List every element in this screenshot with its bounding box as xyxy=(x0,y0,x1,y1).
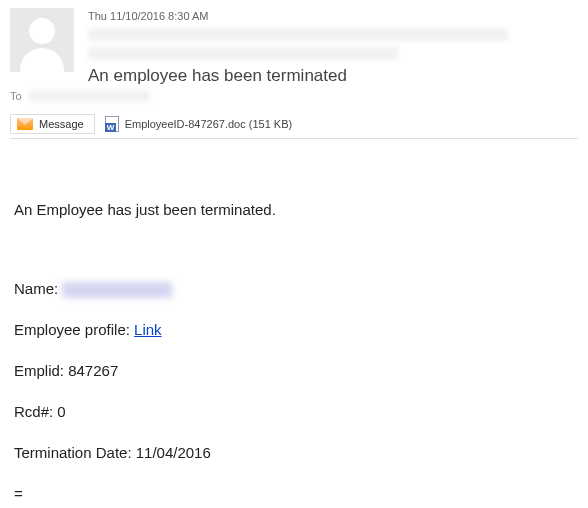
message-tab[interactable]: Message xyxy=(10,114,95,134)
body-emplid: Emplid: 847267 xyxy=(14,360,574,381)
word-doc-icon xyxy=(105,116,119,132)
email-header: Thu 11/10/2016 8:30 AM An employee has b… xyxy=(10,8,578,88)
redacted-sender-line-2 xyxy=(88,47,398,60)
message-tab-label: Message xyxy=(39,118,84,130)
profile-label: Employee profile: xyxy=(14,321,134,338)
body-intro: An Employee has just been terminated. xyxy=(14,199,574,220)
redacted-name xyxy=(62,282,172,298)
mail-icon xyxy=(17,118,33,130)
redacted-sender-line-1 xyxy=(88,28,508,41)
body-name-line: Name: xyxy=(14,278,574,299)
profile-link[interactable]: Link xyxy=(134,321,162,338)
body-equals: = xyxy=(14,483,574,504)
sender-avatar xyxy=(10,8,74,72)
redacted-to-value xyxy=(30,90,150,102)
attachment-filename: EmployeeID-847267.doc (151 KB) xyxy=(125,118,293,130)
to-row: To xyxy=(10,90,578,102)
attachment-bar: Message EmployeeID-847267.doc (151 KB) xyxy=(10,110,578,139)
name-label: Name: xyxy=(14,280,62,297)
email-subject: An employee has been terminated xyxy=(88,66,578,86)
attachment-item[interactable]: EmployeeID-847267.doc (151 KB) xyxy=(105,116,293,132)
body-termdate: Termination Date: 11/04/2016 xyxy=(14,442,574,463)
header-text-block: Thu 11/10/2016 8:30 AM An employee has b… xyxy=(88,8,578,88)
timestamp: Thu 11/10/2016 8:30 AM xyxy=(88,10,578,22)
body-rcd: Rcd#: 0 xyxy=(14,401,574,422)
email-body: An Employee has just been terminated. Na… xyxy=(10,139,578,504)
body-profile-line: Employee profile: Link xyxy=(14,319,574,340)
to-label: To xyxy=(10,90,24,102)
